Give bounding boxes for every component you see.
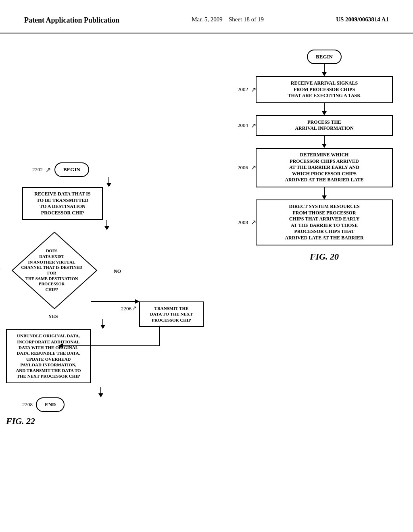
sheet-label: Sheet 18 of 19 (229, 16, 264, 23)
main-content: BEGIN 2002 ↗ RECEIVE ARRIVAL SIGNALSFROM… (0, 33, 413, 525)
arrow-down-4-svg (320, 187, 328, 200)
svg-marker-16 (98, 393, 103, 397)
label-2208: 2208 (22, 401, 33, 408)
fig22-begin-oval: BEGIN (54, 162, 89, 177)
arrow-down-3-svg (320, 136, 328, 148)
arrow-to-end (6, 387, 196, 397)
label-2002: 2002 (238, 86, 248, 93)
arrow-end-svg (97, 387, 105, 397)
label-2008: 2008 (238, 219, 248, 226)
arrow-5-svg (105, 177, 113, 187)
header-center: Mar. 5, 2009 Sheet 18 of 19 (192, 16, 264, 23)
svg-marker-5 (322, 144, 327, 148)
fig20-diagram: BEGIN 2002 ↗ RECEIVE ARRIVAL SIGNALSFROM… (256, 50, 393, 262)
label-2004: 2004 (238, 122, 248, 129)
label-2006: 2006 (238, 164, 248, 171)
fig22-receive-box: RECEIVE DATA THAT ISTO BE TRANSMITTEDTO … (22, 187, 103, 220)
arrow6 (18, 220, 196, 230)
fig20-begin-oval: BEGIN (307, 50, 342, 64)
fig22-caption: FIG. 22 (6, 416, 196, 426)
fig22-transmit-row: 2206 ↗ TRANSMIT THEDATA TO THE NEXTPROCE… (139, 301, 208, 327)
diamond-text: DOESDATA EXISTIN ANOTHER VIRTUALCHANNEL … (19, 249, 84, 293)
fig20-box-2004: PROCESS THEARRIVAL INFORMATION (256, 115, 393, 136)
fig22-caption-text: FIG. 22 (6, 416, 35, 426)
curve-2006: ↗ (251, 164, 256, 171)
arrow-down-svg (320, 64, 328, 76)
patent-number-label: US 2009/0063814 A1 (336, 16, 389, 23)
fig20-begin: BEGIN (256, 50, 393, 64)
curve-2008: ↗ (251, 218, 256, 226)
fig22-end-oval: END (36, 397, 65, 412)
curve-2002: ↗ (251, 86, 256, 94)
fig22-begin-row: 2202 ↗ BEGIN (54, 162, 89, 177)
fig22-diamond-container: 2204 DOESDATA EXISTIN ANOTHER VIRTUALCHA… (10, 230, 115, 311)
arrow1 (256, 64, 393, 76)
label-2204: 2204 (0, 264, 0, 271)
curve-2004: ↗ (251, 122, 256, 129)
fig20-step-2004-row: 2004 ↗ PROCESS THEARRIVAL INFORMATION (256, 115, 393, 136)
fig20-step-2006-row: 2006 ↗ DETERMINE WHICHPROCESSOR CHIPS AR… (256, 148, 393, 187)
fig20-step-2008-row: 2008 ↗ DIRECT SYSTEM RESOURCESFROM THOSE… (256, 200, 393, 245)
fig22-diagram: 2202 ↗ BEGIN RECEIVE DATA THAT ISTO BE T… (22, 162, 196, 426)
fig20-caption-text: FIG. 20 (310, 251, 339, 262)
arrow2 (256, 103, 393, 115)
publication-label: Patent Application Publication (24, 16, 119, 24)
fig22-end-label: END (45, 401, 56, 407)
fig22-transmit-box: TRANSMIT THEDATA TO THE NEXTPROCESSOR CH… (139, 301, 204, 327)
fig20-begin-label: BEGIN (316, 54, 333, 60)
arrow5 (22, 177, 196, 187)
page-header: Patent Application Publication Mar. 5, 2… (0, 0, 413, 33)
arrow-6-svg (103, 220, 111, 230)
svg-marker-3 (322, 111, 327, 115)
svg-marker-1 (322, 72, 327, 76)
fig22-unbundle-section: UNBUNDLE ORIGINAL DATA,INCORPORATE ADDIT… (22, 319, 196, 383)
diamond-shape-wrapper: DOESDATA EXISTIN ANOTHER VIRTUALCHANNEL … (10, 230, 91, 311)
label-2206: 2206 (121, 305, 131, 312)
arrow-down-2-svg (320, 103, 328, 115)
fig20-caption: FIG. 20 (256, 251, 393, 262)
svg-marker-9 (106, 183, 111, 187)
fig22-end-row: 2208 END (22, 397, 196, 412)
fig22-unbundle-box: UNBUNDLE ORIGINAL DATA,INCORPORATE ADDIT… (6, 329, 91, 383)
fig22-end-section: 2208 END (6, 387, 196, 412)
fig20-box-2002: RECEIVE ARRIVAL SIGNALSFROM PROCESSOR CH… (256, 76, 393, 103)
curve-2206: ↗ (132, 305, 137, 312)
fig22-begin-label: BEGIN (63, 166, 80, 172)
svg-marker-7 (322, 195, 327, 200)
date-label: Mar. 5, 2009 (192, 16, 223, 23)
arrow3 (256, 136, 393, 148)
svg-marker-11 (104, 226, 109, 230)
fig22-receive-row: RECEIVE DATA THAT ISTO BE TRANSMITTEDTO … (22, 187, 196, 220)
curve-2202: ↗ (46, 166, 51, 174)
arrow4 (256, 187, 393, 200)
no-label: NO (114, 268, 121, 274)
fig20-box-2006: DETERMINE WHICHPROCESSOR CHIPS ARRIVEDAT… (256, 148, 393, 187)
header-patent-number: US 2009/0063814 A1 (336, 16, 389, 23)
svg-marker-14 (100, 325, 105, 329)
fig22-transmit-section: 2206 ↗ TRANSMIT THEDATA TO THE NEXTPROCE… (139, 301, 208, 327)
fig20-step-2002-row: 2002 ↗ RECEIVE ARRIVAL SIGNALSFROM PROCE… (256, 76, 393, 103)
label-2202: 2202 (32, 166, 43, 173)
fig22-begin: 2202 ↗ BEGIN (54, 162, 196, 177)
fig20-box-2008: DIRECT SYSTEM RESOURCESFROM THOSE PROCES… (256, 200, 393, 245)
arrow-yes-svg (99, 319, 107, 329)
header-publication-text: Patent Application Publication (24, 16, 119, 25)
